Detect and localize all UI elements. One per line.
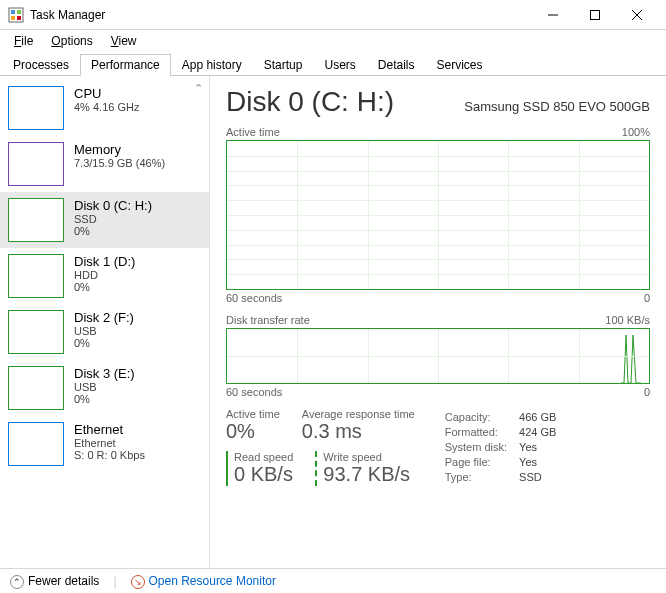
kv-row: Capacity:466 GB: [445, 410, 557, 423]
window-title: Task Manager: [30, 8, 532, 22]
sidebar-item-sub: 4% 4.16 GHz: [74, 101, 139, 113]
tab-users[interactable]: Users: [313, 54, 366, 76]
tab-services[interactable]: Services: [426, 54, 494, 76]
thumb-chart-icon: [8, 198, 64, 242]
sidebar-item-sub: Ethernet: [74, 437, 145, 449]
svg-rect-3: [11, 16, 15, 20]
chart1-max: 100%: [622, 126, 650, 138]
thumb-chart-icon: [8, 422, 64, 466]
kv-row: Page file:Yes: [445, 456, 557, 469]
stat-read-label: Read speed: [234, 451, 293, 463]
sidebar-item-title: Disk 1 (D:): [74, 254, 135, 269]
sidebar-item-title: Disk 3 (E:): [74, 366, 135, 381]
kv-row: System disk:Yes: [445, 440, 557, 453]
thumb-chart-icon: [8, 86, 64, 130]
sidebar-item-disk[interactable]: Disk 2 (F:)USB0%: [0, 304, 209, 360]
stat-write-value: 93.7 KB/s: [323, 463, 410, 486]
sidebar-item-disk[interactable]: Disk 1 (D:)HDD0%: [0, 248, 209, 304]
sidebar-item-sub: 7.3/15.9 GB (46%): [74, 157, 165, 169]
transfer-spike-icon: [621, 331, 641, 383]
chevron-up-icon: ⌃: [10, 575, 24, 589]
tab-startup[interactable]: Startup: [253, 54, 314, 76]
tab-performance[interactable]: Performance: [80, 54, 171, 76]
sidebar-item-sub: USB: [74, 325, 134, 337]
active-time-chart[interactable]: [226, 140, 650, 290]
chart1-xright: 0: [644, 292, 650, 304]
scroll-up-icon[interactable]: ⌃: [194, 82, 203, 95]
sidebar-item-title: Ethernet: [74, 422, 145, 437]
fewer-details-button[interactable]: ⌃Fewer details: [10, 574, 99, 589]
minimize-button[interactable]: [532, 1, 574, 29]
tab-app-history[interactable]: App history: [171, 54, 253, 76]
page-title: Disk 0 (C: H:): [226, 86, 394, 118]
kv-row: Formatted:424 GB: [445, 425, 557, 438]
maximize-button[interactable]: [574, 1, 616, 29]
chart2-xright: 0: [644, 386, 650, 398]
menu-view[interactable]: View: [103, 32, 145, 50]
device-model: Samsung SSD 850 EVO 500GB: [464, 99, 650, 114]
tab-bar: ProcessesPerformanceApp historyStartupUs…: [0, 52, 666, 76]
kv-row: Type:SSD: [445, 471, 557, 484]
sidebar-item-disk[interactable]: Disk 0 (C: H:)SSD0%: [0, 192, 209, 248]
sidebar-item-sub2: 0%: [74, 337, 134, 349]
sidebar-item-disk[interactable]: Disk 3 (E:)USB0%: [0, 360, 209, 416]
sidebar-item-sub2: 0%: [74, 393, 135, 405]
thumb-chart-icon: [8, 254, 64, 298]
thumb-chart-icon: [8, 142, 64, 186]
footer: ⌃Fewer details | ↘Open Resource Monitor: [0, 568, 666, 593]
sidebar-item-title: CPU: [74, 86, 139, 101]
svg-rect-6: [591, 10, 600, 19]
sidebar-item-title: Memory: [74, 142, 165, 157]
sidebar-item-sub2: S: 0 R: 0 Kbps: [74, 449, 145, 461]
menu-file[interactable]: File: [6, 32, 41, 50]
chart1-xleft: 60 seconds: [226, 292, 282, 304]
stat-active-value: 0%: [226, 420, 280, 443]
close-button[interactable]: [616, 1, 658, 29]
svg-rect-2: [17, 10, 21, 14]
menubar: File Options View: [0, 30, 666, 52]
tab-details[interactable]: Details: [367, 54, 426, 76]
sidebar-item-memory[interactable]: Memory7.3/15.9 GB (46%): [0, 136, 209, 192]
chart1-label: Active time: [226, 126, 280, 138]
stat-avg-label: Average response time: [302, 408, 415, 420]
stat-active-label: Active time: [226, 408, 280, 420]
sidebar-item-sub: HDD: [74, 269, 135, 281]
resmon-icon: ↘: [131, 575, 145, 589]
sidebar-item-sub: USB: [74, 381, 135, 393]
sidebar-item-sub2: 0%: [74, 281, 135, 293]
svg-rect-4: [17, 16, 21, 20]
chart2-xleft: 60 seconds: [226, 386, 282, 398]
menu-options[interactable]: Options: [43, 32, 100, 50]
disk-properties: Capacity:466 GBFormatted:424 GBSystem di…: [443, 408, 559, 486]
stat-read-value: 0 KB/s: [234, 463, 293, 486]
tab-processes[interactable]: Processes: [2, 54, 80, 76]
sidebar[interactable]: ⌃ CPU4% 4.16 GHzMemory7.3/15.9 GB (46%)D…: [0, 76, 210, 568]
chart2-label: Disk transfer rate: [226, 314, 310, 326]
stat-write-label: Write speed: [323, 451, 410, 463]
chart2-max: 100 KB/s: [605, 314, 650, 326]
sidebar-item-ethernet[interactable]: EthernetEthernetS: 0 R: 0 Kbps: [0, 416, 209, 472]
thumb-chart-icon: [8, 366, 64, 410]
main-panel: Disk 0 (C: H:) Samsung SSD 850 EVO 500GB…: [210, 76, 666, 568]
sidebar-item-sub2: 0%: [74, 225, 152, 237]
sidebar-item-title: Disk 0 (C: H:): [74, 198, 152, 213]
open-resource-monitor-link[interactable]: ↘Open Resource Monitor: [131, 574, 276, 589]
app-icon: [8, 7, 24, 23]
thumb-chart-icon: [8, 310, 64, 354]
titlebar: Task Manager: [0, 0, 666, 30]
sidebar-item-sub: SSD: [74, 213, 152, 225]
svg-rect-1: [11, 10, 15, 14]
transfer-rate-chart[interactable]: [226, 328, 650, 384]
sidebar-item-cpu[interactable]: CPU4% 4.16 GHz: [0, 80, 209, 136]
stat-avg-value: 0.3 ms: [302, 420, 415, 443]
sidebar-item-title: Disk 2 (F:): [74, 310, 134, 325]
